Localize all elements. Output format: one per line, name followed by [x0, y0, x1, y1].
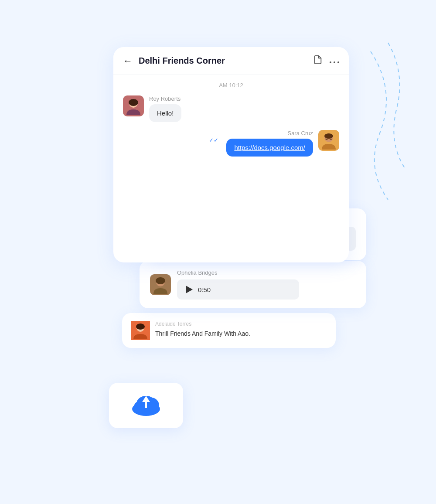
voice-card: Ophelia Bridges 0:50 — [140, 261, 366, 308]
sender-name-sara: Sara Cruz — [226, 130, 313, 136]
cloud-upload-icon — [129, 392, 164, 419]
voice-duration: 0:50 — [198, 286, 211, 293]
voice-sender-name: Ophelia Bridges — [177, 269, 356, 276]
chat-body: AM 10:12 Roy Roberts Hello! — [113, 75, 349, 262]
cloud-upload-card[interactable] — [109, 383, 183, 428]
message-content-sara: Sara Cruz https://docs.google.com/ — [226, 130, 313, 157]
more-options-icon[interactable] — [330, 56, 339, 66]
chat-title: Delhi Friends Corner — [139, 56, 313, 66]
avatar-sara — [318, 130, 339, 151]
sender-name-roy: Roy Roberts — [149, 95, 181, 102]
bubble-sara: https://docs.google.com/ — [226, 139, 313, 157]
message-row-sara: Sara Cruz https://docs.google.com/ ✓✓ — [123, 130, 339, 157]
message-content-roy: Roy Roberts Hello! — [149, 95, 181, 122]
header-actions — [313, 55, 339, 67]
svg-point-18 — [136, 324, 145, 330]
svg-point-2 — [337, 61, 339, 63]
bubble-roy: Hello! — [149, 104, 181, 122]
back-button[interactable]: ← — [123, 55, 133, 67]
notification-row: Adelaide Torres Thrill Friends And Famil… — [131, 321, 327, 340]
voice-info: Ophelia Bridges 0:50 — [177, 269, 356, 300]
voice-player[interactable]: 0:50 — [177, 279, 299, 300]
notification-card: Adelaide Torres Thrill Friends And Famil… — [122, 313, 336, 348]
notification-sender: Adelaide Torres — [155, 321, 327, 327]
voice-row: Ophelia Bridges 0:50 — [150, 269, 356, 300]
chat-header: ← Delhi Friends Corner — [113, 47, 349, 75]
main-chat-card: ← Delhi Friends Corner — [113, 47, 349, 262]
play-button-icon[interactable] — [186, 286, 193, 293]
google-docs-link[interactable]: https://docs.google.com/ — [234, 144, 305, 151]
svg-point-5 — [129, 99, 138, 106]
avatar-ophelia — [150, 274, 171, 295]
message-timestamp: AM 10:12 — [123, 82, 339, 89]
avatar-roy — [123, 95, 144, 116]
read-ticks: ✓✓ — [209, 137, 218, 143]
svg-point-1 — [334, 61, 335, 63]
svg-point-15 — [156, 277, 165, 284]
notification-text: Thrill Friends And Family With Aao. — [155, 330, 327, 338]
document-icon[interactable] — [313, 55, 323, 67]
svg-point-0 — [330, 61, 331, 63]
notification-content: Adelaide Torres Thrill Friends And Famil… — [155, 321, 327, 338]
avatar-adelaide — [131, 321, 150, 340]
message-row-roy: Roy Roberts Hello! — [123, 95, 339, 122]
